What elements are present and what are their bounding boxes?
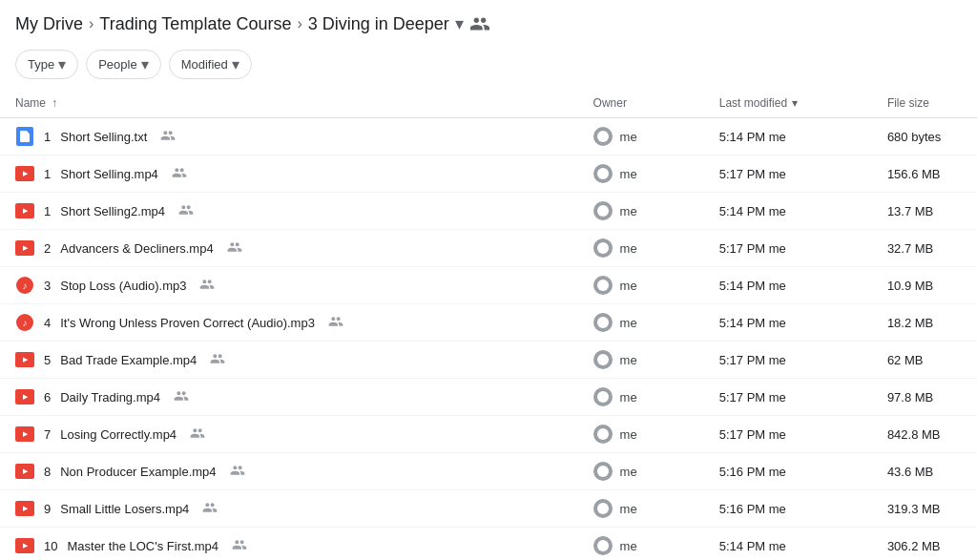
shared-icon (230, 463, 245, 481)
avatar (593, 313, 613, 332)
file-number: 1 (44, 204, 51, 218)
name-cell: 4 It's Wrong Unless Proven Correct (Audi… (15, 313, 563, 332)
avatar (593, 127, 613, 146)
size-column-header[interactable]: File size (872, 89, 977, 118)
owner-name: me (620, 204, 637, 218)
modified-filter-button[interactable]: Modified ▾ (169, 50, 252, 79)
name-cell: 8 Non Producer Example.mp4 (15, 462, 563, 481)
modified-cell: 5:17 PM me (704, 230, 872, 267)
owner-column-header[interactable]: Owner (578, 89, 704, 118)
table-row[interactable]: 2 Advancers & Decliners.mp4 me 5:17 PM m… (0, 230, 977, 267)
breadcrumb-parent[interactable]: Trading Template Course (99, 14, 291, 34)
table-row[interactable]: 3 Stop Loss (Audio).mp3 me 5:14 PM me10.… (0, 267, 977, 304)
modified-cell: 5:14 PM me (704, 528, 872, 561)
table-row[interactable]: 5 Bad Trade Example.mp4 me 5:17 PM me62 … (0, 342, 977, 379)
file-icon (15, 536, 34, 555)
people-filter-label: People (98, 57, 136, 72)
file-number: 1 (44, 167, 51, 181)
size-cell: 842.8 MB (872, 416, 977, 453)
file-icon (15, 127, 34, 146)
owner-name: me (620, 539, 637, 553)
modified-column-header[interactable]: Last modified ▾ (704, 89, 872, 118)
file-number: 7 (44, 427, 51, 442)
file-name: It's Wrong Unless Proven Correct (Audio)… (60, 316, 315, 330)
table-row[interactable]: 1 Short Selling.txt me 5:14 PM me680 byt… (0, 118, 977, 156)
table-row[interactable]: 1 Short Selling2.mp4 me 5:14 PM me13.7 M… (0, 193, 977, 230)
owner-cell: me (593, 536, 689, 555)
modified-cell: 5:17 PM me (704, 156, 872, 193)
modified-filter-chevron: ▾ (232, 55, 239, 73)
type-filter-button[interactable]: Type ▾ (15, 50, 78, 79)
video-icon (15, 240, 34, 256)
table-row[interactable]: 10 Master the LOC's First.mp4 me 5:14 PM… (0, 528, 977, 561)
type-filter-chevron: ▾ (58, 55, 66, 73)
table-header-row: Name ↑ Owner Last modified ▾ File size (0, 89, 977, 118)
size-cell: 32.7 MB (872, 230, 977, 267)
breadcrumb-people-icon[interactable] (469, 13, 490, 34)
owner-name: me (620, 390, 637, 404)
breadcrumb-dropdown-icon[interactable]: ▾ (455, 13, 464, 34)
modified-cell: 5:14 PM me (704, 118, 872, 156)
avatar (593, 499, 613, 518)
name-column-header[interactable]: Name ↑ (0, 89, 578, 118)
owner-cell: me (593, 313, 689, 332)
file-table: Name ↑ Owner Last modified ▾ File size 1… (0, 89, 977, 560)
file-name: Advancers & Decliners.mp4 (60, 241, 213, 256)
owner-name: me (620, 316, 637, 330)
table-row[interactable]: 4 It's Wrong Unless Proven Correct (Audi… (0, 304, 977, 342)
size-cell: 10.9 MB (872, 267, 977, 304)
owner-name: me (620, 353, 637, 367)
file-icon (15, 350, 34, 369)
owner-cell: me (593, 276, 689, 295)
table-row[interactable]: 6 Daily Trading.mp4 me 5:17 PM me97.8 MB (0, 379, 977, 416)
people-filter-button[interactable]: People ▾ (86, 50, 160, 79)
owner-name: me (620, 130, 637, 144)
avatar (593, 164, 613, 183)
table-row[interactable]: 9 Small Little Losers.mp4 me 5:16 PM me3… (0, 490, 977, 528)
table-row[interactable]: 1 Short Selling.mp4 me 5:17 PM me156.6 M… (0, 156, 977, 193)
modified-cell: 5:17 PM me (704, 342, 872, 379)
video-icon (15, 203, 34, 218)
modified-cell: 5:14 PM me (704, 193, 872, 230)
size-cell: 62 MB (872, 342, 977, 379)
size-cell: 43.6 MB (872, 453, 977, 490)
audio-icon (16, 277, 33, 294)
file-name: Small Little Losers.mp4 (60, 502, 189, 516)
size-cell: 97.8 MB (872, 379, 977, 416)
name-cell: 1 Short Selling.txt (15, 127, 563, 146)
owner-name: me (620, 502, 637, 516)
video-icon (15, 166, 34, 181)
name-cell: 1 Short Selling2.mp4 (15, 201, 563, 220)
owner-cell: me (593, 164, 689, 183)
table-row[interactable]: 8 Non Producer Example.mp4 me 5:16 PM me… (0, 453, 977, 490)
video-icon (15, 426, 34, 442)
video-icon (15, 464, 34, 479)
file-number: 6 (44, 390, 51, 404)
avatar (593, 462, 613, 481)
file-icon (15, 276, 34, 295)
owner-cell: me (593, 387, 689, 406)
breadcrumb-current: 3 Diving in Deeper ▾ (308, 13, 464, 34)
name-cell: 10 Master the LOC's First.mp4 (15, 536, 563, 555)
avatar (593, 387, 613, 406)
name-cell: 7 Losing Correctly.mp4 (15, 425, 563, 444)
file-number: 5 (44, 353, 51, 367)
breadcrumb-sep-2: › (297, 15, 301, 32)
name-cell: 2 Advancers & Decliners.mp4 (15, 239, 563, 258)
doc-icon (16, 127, 33, 146)
file-name: Losing Correctly.mp4 (60, 427, 177, 442)
file-name: Short Selling.txt (60, 130, 147, 144)
shared-icon (210, 351, 225, 369)
file-icon (15, 239, 34, 258)
video-icon (15, 501, 34, 516)
breadcrumb: My Drive › Trading Template Course › 3 D… (0, 0, 977, 44)
shared-icon (178, 202, 194, 220)
owner-cell: me (593, 239, 689, 258)
file-icon (15, 201, 34, 220)
file-icon (15, 387, 34, 406)
table-row[interactable]: 7 Losing Correctly.mp4 me 5:17 PM me842.… (0, 416, 977, 453)
video-icon (15, 538, 34, 553)
file-name: Short Selling2.mp4 (60, 204, 165, 218)
modified-cell: 5:16 PM me (704, 453, 872, 490)
breadcrumb-root[interactable]: My Drive (15, 14, 83, 34)
